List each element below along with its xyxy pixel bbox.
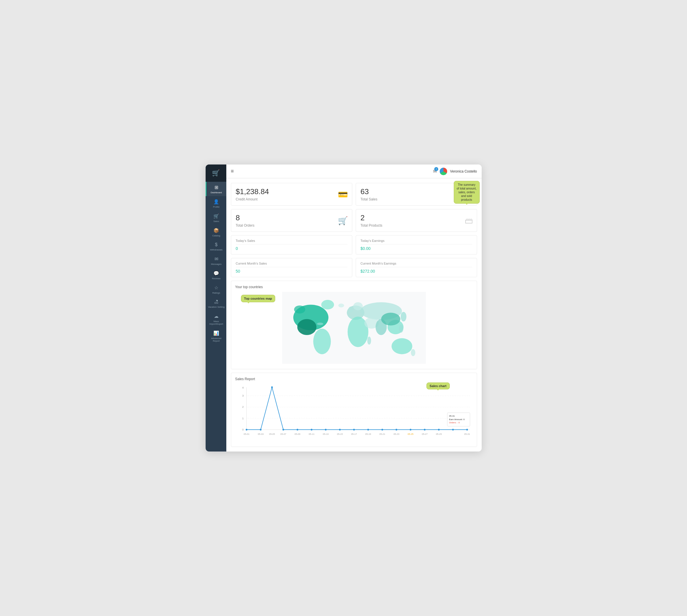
svg-text:Earn Amount: 0: Earn Amount: 0 <box>449 418 465 421</box>
svg-text:05-27: 05-27 <box>422 433 427 435</box>
svg-text:05-21: 05-21 <box>379 433 385 435</box>
monthly-earnings-card: Current Month's Earnings $272.00 <box>356 258 477 277</box>
todays-earnings-card: Today's Earnings $0.00 <box>356 235 477 255</box>
credit-amount-card: $1,238.84 Credit Amount 💳 <box>231 183 352 206</box>
total-products-label: Total Products <box>361 223 472 227</box>
svg-text:05-03: 05-03 <box>258 433 264 435</box>
credit-amount-value: $1,238.84 <box>236 187 347 196</box>
svg-point-13 <box>401 312 406 321</box>
sidebar-item-import[interactable]: ☁Mass Import/Export <box>206 311 226 328</box>
svg-point-47 <box>452 429 454 431</box>
todays-earnings-value: $0.00 <box>361 246 472 251</box>
sales-chart-svg: 0 1 2 3 4 <box>235 384 473 441</box>
report-icon: 📊 <box>213 330 219 336</box>
svg-point-16 <box>294 305 305 313</box>
svg-point-44 <box>409 429 411 431</box>
svg-point-33 <box>260 429 261 431</box>
dashboard-content: $1,238.84 Credit Amount 💳 63 Total Sales… <box>226 178 482 452</box>
stats-tooltip: The summary of total amount, sales, orde… <box>454 181 480 204</box>
svg-point-46 <box>438 429 440 431</box>
svg-text:05-09: 05-09 <box>294 433 300 435</box>
svg-point-36 <box>296 429 298 431</box>
sidebar-item-sales[interactable]: 🛒Sales <box>206 211 226 225</box>
svg-point-14 <box>391 338 412 354</box>
sidebar-logo: 🛒 <box>206 164 226 182</box>
svg-point-2 <box>297 319 316 335</box>
svg-point-18 <box>317 323 323 325</box>
username: Veronica Costello <box>450 169 477 173</box>
svg-point-12 <box>381 313 400 325</box>
notification-bell[interactable]: ✉ 7 <box>433 169 437 174</box>
sidebar-item-vacation[interactable]: 🏖Vacation Setting <box>206 296 226 311</box>
monthly-earnings-value: $272.00 <box>361 269 472 273</box>
sidebar-label-profile: Profile <box>213 206 220 208</box>
total-sales-card: 63 Total Sales The summary of total amou… <box>356 183 477 206</box>
sidebar-item-reviews[interactable]: 💬Reviews <box>206 268 226 282</box>
svg-point-37 <box>311 429 312 431</box>
vacation-icon: 🏖 <box>214 300 219 305</box>
avatar[interactable] <box>440 168 447 175</box>
svg-text:05-23: 05-23 <box>393 433 399 435</box>
chart-title: Sales Report <box>235 377 473 381</box>
dashboard-icon: ⊞ <box>215 184 218 190</box>
credit-amount-label: Credit Amount <box>236 197 347 201</box>
svg-point-32 <box>246 429 247 431</box>
profile-icon: 👤 <box>213 199 219 204</box>
sidebar-label-dashboard: Dashboard <box>210 191 222 194</box>
monthly-sales-value: 50 <box>236 269 347 273</box>
sidebar-label-sales: Sales <box>213 220 219 223</box>
svg-text:05-13: 05-13 <box>323 433 329 435</box>
chart-wrapper: Sales chart 0 1 2 3 4 <box>235 384 473 443</box>
sidebar-item-catalog[interactable]: 📦Catalog <box>206 225 226 239</box>
sidebar-label-catalog: Catalog <box>212 234 220 237</box>
svg-point-19 <box>367 337 371 345</box>
sidebar-item-profile[interactable]: 👤Profile <box>206 196 226 211</box>
sidebar-label-import: Mass Import/Export <box>208 320 225 325</box>
credit-card-icon: 💳 <box>338 190 348 199</box>
map-section-title: Your top countries <box>235 285 473 289</box>
svg-point-3 <box>321 300 334 309</box>
logo-icon: 🛒 <box>212 169 220 177</box>
sidebar-item-dashboard[interactable]: ⊞Dashboard <box>206 182 226 196</box>
svg-point-45 <box>424 429 425 431</box>
svg-text:05-31: 05-31 <box>464 433 470 435</box>
total-products-value: 2 <box>361 213 472 222</box>
total-orders-label: Total Orders <box>236 223 347 227</box>
sidebar-label-report: Advanced Report <box>208 337 225 342</box>
svg-text:4: 4 <box>242 386 244 389</box>
sidebar-item-report[interactable]: 📊Advanced Report <box>206 328 226 345</box>
svg-point-35 <box>282 429 284 431</box>
map-section: Your top countries Top countries map <box>231 281 477 369</box>
svg-text:05-19: 05-19 <box>365 433 371 435</box>
topbar: ≡ ✉ 7 Veronica Costello <box>226 164 482 178</box>
svg-text:05-07: 05-07 <box>280 433 286 435</box>
map-container: Top countries map <box>235 292 473 365</box>
chart-section: Sales Report Sales chart 0 1 2 <box>231 373 477 447</box>
sidebar-item-ratings[interactable]: ☆Ratings <box>206 282 226 296</box>
svg-text:05-31: 05-31 <box>449 415 455 417</box>
sidebar-item-messages[interactable]: ✉Messages <box>206 254 226 268</box>
svg-point-40 <box>353 429 355 431</box>
svg-text:1: 1 <box>242 417 244 420</box>
withdrawals-icon: $ <box>215 242 218 247</box>
sales-icon: 🛒 <box>213 213 219 219</box>
sidebar-item-withdrawals[interactable]: $Withdrawals <box>206 239 226 254</box>
svg-point-21 <box>411 349 415 356</box>
svg-point-4 <box>313 329 331 354</box>
svg-text:05-05: 05-05 <box>269 433 275 435</box>
monthly-sales-card: Current Month's Sales 50 <box>231 258 352 277</box>
monthly-earnings-label: Current Month's Earnings <box>361 262 472 267</box>
svg-point-48 <box>466 429 468 431</box>
svg-point-15 <box>348 307 353 312</box>
product-icon: 🗃 <box>465 216 473 225</box>
svg-point-42 <box>381 429 383 431</box>
svg-point-41 <box>367 429 369 431</box>
notification-badge: 7 <box>434 167 438 171</box>
sidebar-label-ratings: Ratings <box>212 292 220 294</box>
menu-button[interactable]: ≡ <box>231 168 234 174</box>
sidebar-label-reviews: Reviews <box>212 277 221 280</box>
stats-grid: $1,238.84 Credit Amount 💳 63 Total Sales… <box>231 183 477 232</box>
chart-tooltip: Sales chart <box>426 382 450 389</box>
sidebar-label-withdrawals: Withdrawals <box>210 248 223 251</box>
svg-point-38 <box>325 429 326 431</box>
